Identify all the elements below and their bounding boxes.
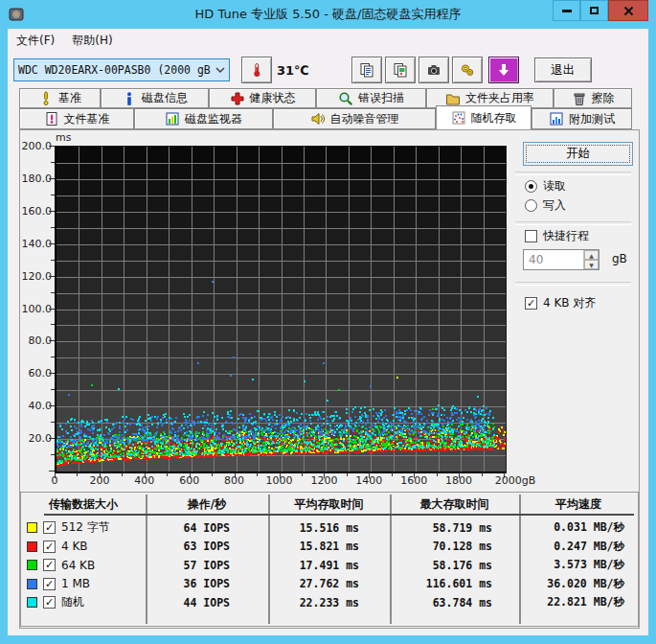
series-label: 1 MB	[61, 577, 90, 590]
avg-speed-value: 36.020 MB/秒	[519, 577, 638, 591]
x-axis-tick	[77, 472, 78, 476]
spinner-up-icon[interactable]: ▲	[584, 250, 599, 260]
temperature-button[interactable]	[241, 57, 272, 83]
exit-button[interactable]: 退出	[534, 58, 592, 82]
copy-text-button[interactable]	[351, 57, 382, 83]
x-axis-tick	[235, 472, 236, 478]
tab-label: 基准	[58, 90, 81, 106]
short-stroke-value: 40	[524, 250, 583, 269]
short-stroke-spinner[interactable]: 40 ▲ ▼	[523, 249, 599, 270]
series-color-swatch	[27, 522, 37, 533]
table-row: ✓4 KB63 IOPS15.821 ms70.128 ms0.247 MB/秒	[21, 538, 638, 556]
tab-random-access[interactable]: 随机存取	[436, 105, 532, 129]
x-axis-tick	[280, 472, 281, 478]
maximize-button[interactable]	[580, 0, 608, 21]
y-axis-tick-label: 160.0	[20, 204, 52, 217]
max-access-value: 116.601 ms	[390, 577, 519, 590]
y-axis-tick-label: 140.0	[20, 237, 52, 249]
file-benchmark-icon	[44, 111, 59, 126]
tab-benchmark[interactable]: 基准	[19, 88, 101, 108]
update-button[interactable]	[488, 57, 519, 83]
tab-disk-monitor[interactable]: 磁盘监视器	[134, 108, 273, 129]
header-underline	[44, 514, 634, 516]
table-header: 平均速度	[519, 494, 638, 514]
write-radio[interactable]: 写入	[525, 197, 566, 214]
short-stroke-label: 快捷行程	[543, 228, 589, 244]
random-access-icon	[451, 110, 466, 126]
table-header: 最大存取时间	[390, 494, 519, 514]
temperature-value: 31℃	[277, 63, 309, 78]
series-checkbox[interactable]: ✓	[43, 540, 56, 553]
table-header: 传输数据大小	[21, 494, 146, 514]
align-checkbox-label: 4 KB 对齐	[543, 295, 596, 311]
copy-image-button[interactable]	[385, 57, 416, 83]
series-checkbox[interactable]: ✓	[43, 559, 56, 571]
x-axis-tick	[167, 472, 168, 476]
close-button[interactable]	[608, 0, 648, 21]
series-color-swatch	[27, 579, 37, 589]
y-axis-tick-label: 80.0	[20, 334, 52, 347]
tab-health[interactable]: 健康状态	[209, 88, 316, 108]
avg-access-value: 15.821 ms	[268, 540, 390, 553]
avg-speed-value: 0.031 MB/秒	[519, 520, 638, 535]
x-axis-tick	[459, 472, 460, 478]
erase-icon	[572, 91, 587, 106]
x-axis-tick	[482, 472, 483, 476]
series-color-swatch	[27, 560, 37, 570]
x-axis-tick	[190, 472, 191, 478]
series-checkbox[interactable]: ✓	[43, 596, 56, 609]
titlebar: HD Tune 专业版 5.50 - 硬盘/固态硬盘实用程序	[0, 0, 656, 29]
thermometer-icon	[249, 62, 264, 78]
tab-error-scan[interactable]: 错误扫描	[316, 88, 426, 108]
short-stroke-checkbox[interactable]: 快捷行程	[525, 228, 589, 244]
tab-file-benchmark[interactable]: 文件基准	[19, 108, 134, 129]
align-checkbox-control: ✓	[525, 297, 537, 310]
tab-label: 随机存取	[471, 110, 517, 126]
tab-disk-info[interactable]: 磁盘信息	[101, 88, 209, 108]
tab-label: 错误扫描	[358, 90, 404, 106]
series-checkbox[interactable]: ✓	[43, 521, 56, 534]
start-button[interactable]: 开始	[523, 142, 633, 166]
x-axis-tick	[302, 472, 303, 476]
table-header-row: 传输数据大小操作/秒平均存取时间最大存取时间平均速度	[21, 494, 638, 514]
iops-value: 63 IOPS	[146, 540, 268, 553]
download-arrow-icon	[496, 62, 511, 78]
spinner-down-icon[interactable]: ▼	[584, 260, 599, 269]
error-scan-icon	[338, 91, 353, 106]
seek-time-scatter-chart	[55, 146, 507, 473]
table-row: ✓64 KB57 IOPS17.491 ms58.176 ms3.573 MB/…	[21, 556, 638, 574]
x-axis-tick	[347, 472, 348, 476]
table-row: ✓1 MB36 IOPS27.762 ms116.601 ms36.020 MB…	[21, 575, 638, 593]
x-axis-tick	[437, 472, 438, 476]
series-color-swatch	[27, 597, 37, 608]
table-row: ✓随机44 IOPS22.233 ms63.784 ms22.821 MB/秒	[21, 593, 638, 611]
results-table: 传输数据大小操作/秒平均存取时间最大存取时间平均速度✓512 字节64 IOPS…	[20, 492, 639, 627]
aam-icon	[310, 111, 326, 126]
tab-label: 文件基准	[64, 111, 110, 127]
minimize-button[interactable]	[553, 0, 580, 21]
tab-erase[interactable]: 擦除	[554, 88, 632, 108]
close-icon	[623, 6, 634, 16]
options-button[interactable]	[452, 57, 483, 83]
align-checkbox[interactable]: ✓ 4 KB 对齐	[525, 295, 596, 311]
y-axis-tick-label: 200.0	[20, 140, 52, 152]
x-axis-tick	[324, 472, 325, 478]
tab-row-1: 基准磁盘信息健康状态错误扫描文件夹占用率擦除	[19, 88, 640, 108]
table-row: ✓512 字节64 IOPS15.516 ms58.719 ms0.031 MB…	[21, 518, 638, 537]
drive-select[interactable]: WDC WD20EARX-00PASB0 (2000 gB)	[13, 58, 230, 81]
menu-file[interactable]: 文件(F)	[8, 30, 63, 52]
tab-aam[interactable]: 自动噪音管理	[273, 108, 436, 129]
tab-label: 健康状态	[250, 90, 296, 106]
read-radio[interactable]: 读取	[525, 178, 566, 195]
chevron-down-icon	[212, 67, 229, 74]
series-checkbox[interactable]: ✓	[43, 578, 56, 590]
y-axis-tick-label: 60.0	[20, 367, 52, 380]
menu-help[interactable]: 帮助(H)	[63, 30, 121, 52]
tab-label: 磁盘监视器	[185, 111, 242, 127]
screenshot-button[interactable]	[418, 57, 449, 83]
minimize-icon	[562, 10, 572, 12]
gears-icon	[460, 62, 475, 78]
table-header: 操作/秒	[146, 494, 268, 514]
tab-extra-tests[interactable]: 附加测试	[532, 108, 632, 129]
y-axis-tick-label: 20.0	[20, 432, 52, 445]
